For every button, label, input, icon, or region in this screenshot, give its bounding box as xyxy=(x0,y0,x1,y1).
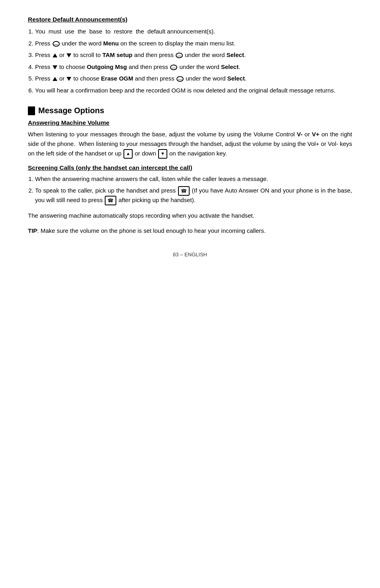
down-arrow-icon xyxy=(67,77,71,81)
phone-button-icon: ☎ xyxy=(178,186,190,196)
select-button-icon: — xyxy=(176,76,184,82)
up-arrow-icon xyxy=(53,53,57,57)
select-button-icon: — xyxy=(176,53,183,58)
list-item: Press or to choose Erase OGM and then pr… xyxy=(35,74,352,83)
down-nav-icon: ▼ xyxy=(158,149,167,159)
tip-text: TIP: Make sure the volume on the phone i… xyxy=(28,226,352,236)
screening-calls-heading: Screening Calls (only the handset can in… xyxy=(28,164,352,171)
answering-machine-volume-body: When listening to your messages through … xyxy=(28,130,352,159)
list-item: You will hear a confirmation beep and th… xyxy=(35,86,352,95)
screening-calls-list: When the answering machine answers the c… xyxy=(35,175,352,206)
page-number: 83 – ENGLISH xyxy=(173,252,207,258)
page-footer: 83 – ENGLISH xyxy=(28,252,352,258)
section-block-icon xyxy=(28,106,35,115)
select-button-icon: — xyxy=(170,65,177,70)
up-nav-icon: ▲ xyxy=(123,149,133,159)
message-options-title: Message Options xyxy=(28,106,352,115)
restore-default-heading: Restore Default Announcement(s) xyxy=(28,16,352,23)
down-arrow-icon xyxy=(67,53,71,57)
message-options-label: Message Options xyxy=(38,106,104,115)
list-item: You must use the base to restore the def… xyxy=(35,27,352,36)
restore-default-section: Restore Default Announcement(s) You must… xyxy=(28,16,352,95)
down-arrow-icon xyxy=(53,65,57,69)
restore-default-list: You must use the base to restore the def… xyxy=(35,27,352,95)
answering-machine-volume-heading: Answering Machine Volume xyxy=(28,119,352,126)
phone-button-icon-2: ☎ xyxy=(105,196,116,205)
screening-calls-subsection: Screening Calls (only the handset can in… xyxy=(28,164,352,236)
list-item: Press to choose Outgoing Msg and then pr… xyxy=(35,63,352,72)
list-item: When the answering machine answers the c… xyxy=(35,175,352,184)
list-item: Press — under the word Menu on the scree… xyxy=(35,39,352,48)
list-item: Press or to scroll to TAM setup and then… xyxy=(35,51,352,60)
answering-machine-volume-subsection: Answering Machine Volume When listening … xyxy=(28,119,352,159)
list-item: To speak to the caller, pick up the hand… xyxy=(35,186,352,205)
message-options-section: Message Options Answering Machine Volume… xyxy=(28,106,352,236)
page-content: Restore Default Announcement(s) You must… xyxy=(28,16,352,258)
auto-stop-text: The answering machine automatically stop… xyxy=(28,211,352,220)
up-arrow-icon xyxy=(53,77,57,81)
menu-button-icon: — xyxy=(53,41,60,47)
